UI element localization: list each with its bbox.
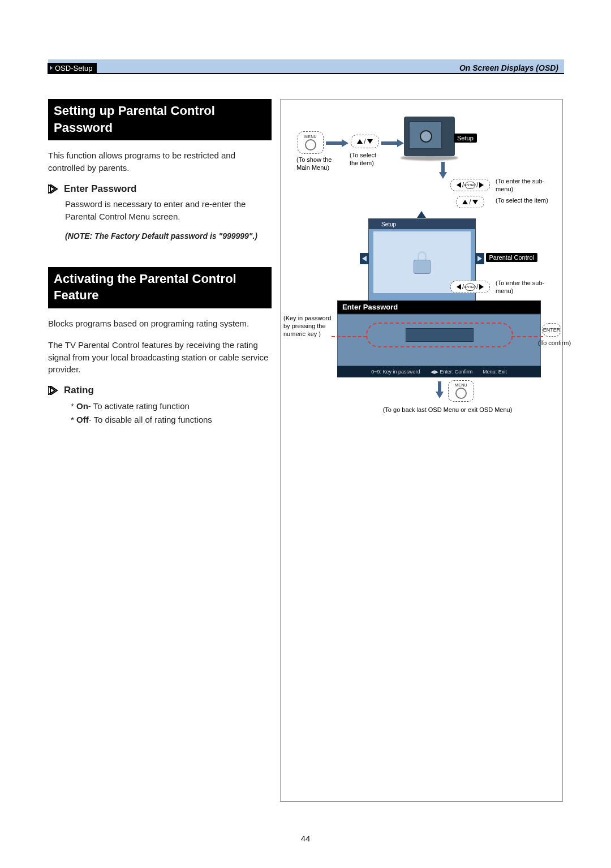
hint-keyin: 0~9: Key in password bbox=[371, 369, 420, 375]
rating-options: * On- To activate rating function * Off-… bbox=[71, 399, 272, 427]
caption-select-item2: (To select the item) bbox=[496, 197, 558, 205]
heading-activate-parental: Activating the Parental Control Feature bbox=[48, 267, 272, 308]
enter-password-panel: Enter Password 0~9: Key in password ◀▶ E… bbox=[337, 300, 541, 377]
activate-p1: Blocks programs based on programing rati… bbox=[48, 317, 272, 330]
breadcrumb: OSD-Setup bbox=[48, 63, 97, 74]
menu-label: MENU bbox=[304, 135, 317, 139]
parental-control-label: Parental Control bbox=[486, 253, 538, 262]
arrow-down-icon bbox=[440, 162, 446, 179]
remote-left-enter-right-button: /ENTER/ bbox=[450, 179, 490, 191]
arrow-down-icon bbox=[437, 381, 442, 398]
caption-confirm: (To confirm) bbox=[538, 340, 583, 347]
remote-updown-button: / bbox=[351, 135, 379, 148]
heading-parental-password: Setting up Parental Control Password bbox=[48, 99, 272, 140]
default-password-note: (NOTE: The Factory Default password is "… bbox=[65, 230, 272, 242]
caption-select-item: (To select the item) bbox=[350, 152, 386, 167]
arrow-right-icon bbox=[326, 140, 348, 146]
remote-enter-button: ENTER bbox=[542, 323, 561, 337]
activate-p2: The TV Parental Control features by rece… bbox=[48, 339, 272, 376]
chevron-right-icon bbox=[50, 66, 53, 70]
subheading-text: Enter Password bbox=[64, 183, 137, 195]
remote-menu-button: MENU bbox=[298, 131, 324, 154]
remote-left-enter-right-button: /ENTER/ bbox=[450, 281, 490, 293]
breadcrumb-text: OSD-Setup bbox=[55, 64, 92, 72]
safe-setup-label: Setup bbox=[454, 134, 477, 143]
circle-button-icon bbox=[305, 139, 316, 151]
safe-icon bbox=[404, 117, 455, 156]
circle-button-icon bbox=[455, 388, 467, 399]
enter-password-body: Password is necessary to enter and re-en… bbox=[65, 198, 272, 223]
caption-goback: (To go back last OSD Menu or exit OSD Me… bbox=[348, 406, 547, 414]
rating-option-on: * On- To activate rating function bbox=[71, 399, 272, 413]
subheading-enter-password: Enter Password bbox=[48, 183, 272, 195]
page-number: 44 bbox=[0, 833, 611, 843]
enter-password-title: Enter Password bbox=[337, 300, 541, 314]
arrow-right-icon bbox=[381, 140, 404, 146]
subheading-text: Rating bbox=[64, 385, 94, 396]
chevron-right-icon bbox=[48, 386, 59, 395]
caption-keyin: (Key in password by pressing the numeric… bbox=[283, 315, 334, 338]
hint-confirm: ◀▶ Enter: Confirm bbox=[431, 369, 473, 375]
intro-text: This function allows programs to be rest… bbox=[48, 149, 272, 174]
caption-enter-sub2: (To enter the sub-menu) bbox=[496, 280, 552, 295]
chevron-right-icon bbox=[48, 184, 59, 194]
osd-hint-bar: 0~9: Key in password ◀▶ Enter: Confirm M… bbox=[337, 366, 541, 377]
subheading-rating: Rating bbox=[48, 385, 272, 396]
section-title: On Screen Displays (OSD) bbox=[459, 63, 558, 72]
rating-option-off: * Off- To disable all of rating function… bbox=[71, 413, 272, 427]
svg-marker-3 bbox=[50, 386, 57, 395]
page-header: OSD-Setup On Screen Displays (OSD) bbox=[48, 59, 564, 74]
hint-exit: Menu: Exit bbox=[483, 369, 507, 375]
lock-icon bbox=[412, 251, 432, 274]
osd-panel-title: Setup bbox=[369, 219, 475, 229]
password-field bbox=[406, 328, 474, 342]
caption-enter-sub: (To enter the sub-menu) bbox=[496, 178, 552, 194]
caption-show-main: (To show the Main Menu) bbox=[296, 156, 333, 172]
figure-osd-flow: MENU (To show the Main Menu) / (To selec… bbox=[280, 99, 563, 802]
remote-menu-button: MENU bbox=[448, 380, 474, 402]
svg-marker-1 bbox=[50, 184, 57, 194]
remote-updown-button: / bbox=[456, 196, 484, 208]
